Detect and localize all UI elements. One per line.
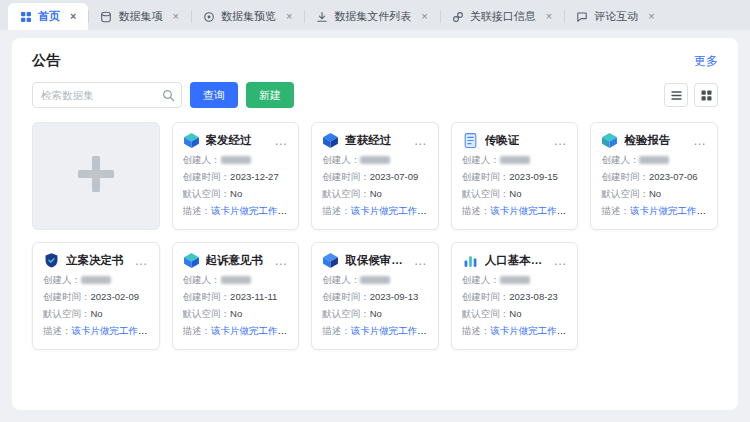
- created-label: 创建时间：: [43, 291, 91, 302]
- card-more-button[interactable]: …: [273, 137, 288, 145]
- tab-home[interactable]: 首页 ×: [8, 3, 88, 30]
- redacted-creator-name: [500, 276, 530, 284]
- description-label: 描述：: [462, 325, 491, 336]
- close-icon[interactable]: ×: [648, 11, 654, 22]
- add-dataset-card[interactable]: [32, 122, 160, 230]
- document-icon: [462, 132, 479, 149]
- description-value: 该卡片做完工作空间的展示: [490, 205, 567, 216]
- database-icon: [100, 11, 112, 23]
- tab-comments[interactable]: 评论互动 ×: [564, 3, 666, 30]
- close-icon[interactable]: ×: [172, 11, 178, 22]
- tab-label: 首页: [38, 9, 60, 24]
- default-space-value: No: [509, 308, 521, 319]
- close-icon[interactable]: ×: [546, 11, 552, 22]
- created-label: 创建时间：: [322, 291, 370, 302]
- close-icon[interactable]: ×: [421, 11, 427, 22]
- dataset-cube-icon: [183, 252, 200, 269]
- default-space-label: 默认空间：: [462, 308, 510, 319]
- default-space-value: No: [370, 308, 382, 319]
- announcement-panel: 公告 更多 查询 新建: [12, 38, 738, 410]
- creator-label: 创建人：: [43, 274, 81, 285]
- description-label: 描述：: [183, 205, 212, 216]
- creator-label: 创建人：: [601, 154, 639, 165]
- dataset-cube-icon: [601, 132, 618, 149]
- query-button[interactable]: 查询: [190, 82, 238, 108]
- dataset-card[interactable]: 案发经过 … 创建人： 创建时间：2023-12-27 默认空间：No 描述：该…: [172, 122, 300, 230]
- description-label: 描述：: [43, 325, 72, 336]
- description-label: 描述：: [322, 325, 351, 336]
- card-title: 人口基本信息: [485, 253, 547, 268]
- list-view-button[interactable]: [664, 83, 688, 107]
- card-title: 取保候审决定书: [345, 253, 407, 268]
- description-label: 描述：: [601, 205, 630, 216]
- creator-label: 创建人：: [183, 154, 221, 165]
- created-label: 创建时间：: [462, 291, 510, 302]
- creator-label: 创建人：: [462, 154, 500, 165]
- more-link[interactable]: 更多: [694, 53, 718, 70]
- created-value: 2023-09-15: [509, 171, 558, 182]
- tab-label: 关联接口信息: [470, 9, 536, 24]
- default-space-label: 默认空间：: [601, 188, 649, 199]
- description-value: 该卡片做完工作空间的展示: [211, 205, 288, 216]
- description-label: 描述：: [462, 205, 491, 216]
- dataset-card[interactable]: 传唤证 … 创建人： 创建时间：2023-09-15 默认空间：No 描述：该卡…: [451, 122, 579, 230]
- bar-chart-icon: [462, 252, 479, 269]
- description-value: 该卡片做完工作空间的展示: [490, 325, 567, 336]
- tab-interface-info[interactable]: 关联接口信息 ×: [440, 3, 564, 30]
- dataset-card[interactable]: 取保候审决定书 … 创建人： 创建时间：2023-09-13 默认空间：No 描…: [311, 242, 439, 350]
- default-space-label: 默认空间：: [322, 308, 370, 319]
- created-value: 2023-07-09: [370, 171, 419, 182]
- redacted-creator-name: [360, 156, 390, 164]
- description-value: 该卡片做完工作空间的展示: [211, 325, 288, 336]
- tab-dataset-items[interactable]: 数据集项 ×: [88, 3, 190, 30]
- close-icon[interactable]: ×: [70, 11, 76, 22]
- description-label: 描述：: [183, 325, 212, 336]
- dataset-card[interactable]: 人口基本信息 … 创建人： 创建时间：2023-08-23 默认空间：No 描述…: [451, 242, 579, 350]
- tab-dataset-preview[interactable]: 数据集预览 ×: [191, 3, 304, 30]
- default-space-label: 默认空间：: [462, 188, 510, 199]
- dataset-card[interactable]: 查获经过 … 创建人： 创建时间：2023-07-09 默认空间：No 描述：该…: [311, 122, 439, 230]
- redacted-creator-name: [639, 156, 669, 164]
- grid-view-button[interactable]: [694, 83, 718, 107]
- created-label: 创建时间：: [462, 171, 510, 182]
- tab-dataset-file-list[interactable]: 数据集文件列表 ×: [304, 3, 439, 30]
- card-more-button[interactable]: …: [273, 257, 288, 265]
- search-box: [32, 82, 182, 108]
- default-space-value: No: [509, 188, 521, 199]
- description-value: 该卡片做完工作空间的展示: [351, 325, 428, 336]
- default-space-value: No: [230, 308, 242, 319]
- close-icon[interactable]: ×: [286, 11, 292, 22]
- card-more-button[interactable]: …: [552, 257, 567, 265]
- dataset-card[interactable]: 起诉意见书 … 创建人： 创建时间：2023-11-11 默认空间：No 描述：…: [172, 242, 300, 350]
- default-space-label: 默认空间：: [322, 188, 370, 199]
- tab-label: 数据集文件列表: [334, 9, 411, 24]
- created-value: 2023-07-06: [649, 171, 698, 182]
- tab-label: 数据集预览: [221, 9, 276, 24]
- dataset-cube-icon: [183, 132, 200, 149]
- card-more-button[interactable]: …: [413, 137, 428, 145]
- search-icon: [162, 88, 175, 101]
- dataset-card[interactable]: 检验报告 … 创建人： 创建时间：2023-07-06 默认空间：No 描述：该…: [590, 122, 718, 230]
- created-label: 创建时间：: [183, 171, 231, 182]
- card-more-button[interactable]: …: [552, 137, 567, 145]
- description-value: 该卡片做完工作空间的展示: [72, 325, 149, 336]
- create-button[interactable]: 新建: [246, 82, 294, 108]
- tab-bar: 首页 × 数据集项 × 数据集预览 × 数据集文件列表 × 关联接口信息 × 评: [0, 0, 750, 30]
- dataset-card[interactable]: 立案决定书 … 创建人： 创建时间：2023-02-09 默认空间：No 描述：…: [32, 242, 160, 350]
- cards-grid: 案发经过 … 创建人： 创建时间：2023-12-27 默认空间：No 描述：该…: [32, 122, 718, 350]
- card-more-button[interactable]: …: [692, 137, 707, 145]
- description-label: 描述：: [322, 205, 351, 216]
- card-more-button[interactable]: …: [134, 257, 149, 265]
- dataset-cube-icon: [322, 132, 339, 149]
- card-title: 传唤证: [485, 133, 520, 148]
- default-space-label: 默认空间：: [183, 188, 231, 199]
- tab-label: 评论互动: [594, 9, 638, 24]
- card-more-button[interactable]: …: [413, 257, 428, 265]
- search-input[interactable]: [32, 82, 182, 108]
- home-grid-icon: [20, 11, 32, 23]
- preview-icon: [203, 11, 215, 23]
- default-space-value: No: [649, 188, 661, 199]
- created-label: 创建时间：: [183, 291, 231, 302]
- card-title: 检验报告: [624, 133, 670, 148]
- created-value: 2023-11-11: [230, 291, 277, 302]
